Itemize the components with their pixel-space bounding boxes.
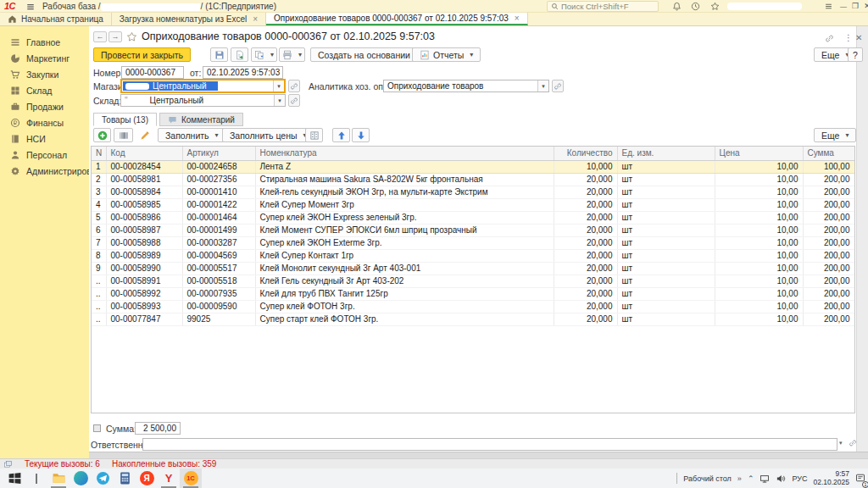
cell-code[interactable]: 00-00058987	[106, 224, 182, 236]
cell-unit[interactable]: шт	[617, 313, 715, 325]
hidden-icons-chevron[interactable]: ⌃	[748, 474, 754, 483]
cell-n[interactable]: 3	[92, 186, 106, 198]
cell-qty[interactable]: 20,000	[554, 211, 617, 224]
cell-sum[interactable]: 200,00	[803, 274, 854, 287]
cell-article[interactable]: 00-00001464	[182, 211, 255, 224]
more-button-grid[interactable]: Еще	[814, 128, 856, 142]
cell-price[interactable]: 10,00	[715, 186, 803, 198]
table-row[interactable]: ..00-0005899100-00005518Клей Гель секунд…	[92, 274, 854, 287]
sidebar-item-book[interactable]: НСИ	[0, 130, 89, 147]
cell-n[interactable]: ..	[92, 313, 106, 325]
cell-qty[interactable]: 20,000	[554, 198, 617, 211]
taskbar-app-file-explorer[interactable]	[47, 469, 70, 488]
cell-code[interactable]: 00-00058992	[106, 287, 182, 300]
window-tab[interactable]: Начальная страница	[0, 13, 112, 25]
cell-price[interactable]: 10,00	[715, 249, 803, 262]
cell-price[interactable]: 10,00	[715, 274, 803, 287]
cell-qty[interactable]: 20,000	[554, 313, 617, 325]
close-icon[interactable]	[861, 0, 868, 12]
cell-n[interactable]: 5	[92, 211, 106, 224]
cell-sum[interactable]: 200,00	[803, 300, 854, 313]
cell-price[interactable]: 10,00	[715, 300, 803, 313]
cell-unit[interactable]: шт	[617, 224, 715, 236]
cell-price[interactable]: 10,00	[715, 198, 803, 211]
store-open-link-button[interactable]	[288, 80, 300, 92]
history-icon[interactable]	[691, 2, 700, 11]
cell-price[interactable]: 10,00	[715, 313, 803, 325]
taskbar-app-calculator[interactable]	[114, 469, 136, 488]
post-document-button[interactable]	[231, 47, 248, 62]
cell-n[interactable]: 9	[92, 262, 106, 274]
cell-qty[interactable]: 20,000	[554, 287, 617, 300]
taskbar-app-yandex-y[interactable]: Y	[158, 469, 180, 488]
sidebar-item-pie[interactable]: Маркетинг	[0, 50, 89, 66]
cell-unit[interactable]: шт	[617, 211, 715, 224]
cell-qty[interactable]: 20,000	[554, 249, 617, 262]
cell-code[interactable]: 00-00058990	[106, 262, 182, 274]
cell-name[interactable]: Клей Супер Момент 3гр	[255, 198, 554, 211]
cell-article[interactable]: 00-00024658	[182, 160, 255, 173]
form-settings-button[interactable]	[305, 128, 323, 142]
cell-code[interactable]: 00-00077847	[106, 313, 182, 325]
cell-sum[interactable]: 200,00	[803, 236, 854, 249]
sidebar-item-cart[interactable]: Закупки	[0, 66, 89, 82]
responsible-field[interactable]	[142, 438, 837, 451]
cell-sum[interactable]: 200,00	[803, 186, 854, 198]
cell-name[interactable]: Клей Супер Контакт 1гр	[255, 249, 554, 262]
cell-price[interactable]: 10,00	[715, 211, 803, 224]
volume-icon[interactable]	[776, 474, 786, 484]
cell-sum[interactable]: 200,00	[803, 262, 854, 274]
cell-name[interactable]: Супер клей ЭКОН Express зеленый 3гр.	[255, 211, 554, 224]
get-link-icon[interactable]	[825, 34, 834, 43]
cell-name[interactable]: Лента Z	[255, 160, 554, 173]
cell-article[interactable]: 00-00027356	[182, 173, 255, 186]
cell-name[interactable]: Супер старт клей ФОТОН 3гр.	[255, 313, 554, 325]
cell-price[interactable]: 10,00	[715, 236, 803, 249]
cell-qty[interactable]: 20,000	[554, 236, 617, 249]
cell-n[interactable]: 1	[92, 160, 106, 173]
main-menu-icon[interactable]	[25, 3, 36, 11]
cell-name[interactable]: Клей Момент СУПЕР ЭПОКСИ 6мл шприц прозр…	[255, 224, 554, 236]
taskbar-app-telegram[interactable]	[92, 469, 114, 488]
cell-n[interactable]: 2	[92, 173, 106, 186]
warehouse-open-link-button[interactable]	[288, 94, 300, 107]
help-button[interactable]: ?	[848, 47, 863, 62]
cell-n[interactable]: 8	[92, 249, 106, 262]
table-row[interactable]: ..00-0007784799025Супер старт клей ФОТОН…	[92, 313, 854, 325]
cell-code[interactable]: 00-00028454	[106, 160, 182, 173]
cell-qty[interactable]: 20,000	[554, 274, 617, 287]
table-row[interactable]: ..00-0005899300-00009590Супер клей ФОТОН…	[92, 300, 854, 313]
cell-unit[interactable]: шт	[617, 236, 715, 249]
taskbar-app-windows-start[interactable]	[3, 469, 25, 488]
sidebar-item-coin[interactable]: Финансы	[0, 114, 89, 130]
cell-name[interactable]: Стиральная машина Sakura SA-8202W 5кг фр…	[255, 173, 554, 186]
service-menu-icon[interactable]	[824, 3, 833, 10]
cell-code[interactable]: 00-00058986	[106, 211, 182, 224]
table-row[interactable]: 100-0002845400-00024658Лента Z10,000шт10…	[92, 160, 854, 173]
cell-code[interactable]: 00-00058991	[106, 274, 182, 287]
cell-unit[interactable]: шт	[617, 287, 715, 300]
copy-dropdown-button[interactable]	[251, 47, 277, 62]
table-row[interactable]: 400-0005898500-00001422Клей Супер Момент…	[92, 198, 854, 211]
network-icon[interactable]	[760, 474, 770, 484]
edit-prices-button[interactable]	[136, 128, 153, 142]
table-row[interactable]: 900-0005899000-00005517Клей Монолит секу…	[92, 262, 854, 274]
minimize-icon[interactable]	[837, 0, 849, 12]
tab-comment[interactable]: Комментарий	[159, 113, 243, 126]
global-search-input[interactable]: Поиск Ctrl+Shift+F	[547, 1, 659, 12]
table-row[interactable]: 700-0005898800-00003287Супер клей ЭКОН E…	[92, 236, 854, 249]
taskbar-clock[interactable]: 9:57 02.10.2025	[813, 470, 849, 487]
cell-unit[interactable]: шт	[617, 160, 715, 173]
table-row[interactable]: 800-0005898900-00004569Клей Супер Контак…	[92, 249, 854, 262]
cell-unit[interactable]: шт	[617, 186, 715, 198]
maximize-icon[interactable]	[849, 0, 861, 12]
responsible-dropdown-icon[interactable]: ▾	[839, 440, 843, 446]
cell-sum[interactable]: 200,00	[803, 287, 854, 300]
cell-sum[interactable]: 200,00	[803, 313, 854, 325]
table-row[interactable]: 500-0005898600-00001464Супер клей ЭКОН E…	[92, 211, 854, 224]
close-document-icon[interactable]: ✕	[855, 33, 862, 42]
window-tab[interactable]: Загрузка номенклатуры из Excel	[112, 13, 266, 25]
cell-unit[interactable]: шт	[617, 274, 715, 287]
notifications-bell-icon[interactable]	[672, 2, 682, 11]
cell-qty[interactable]: 10,000	[554, 160, 617, 173]
